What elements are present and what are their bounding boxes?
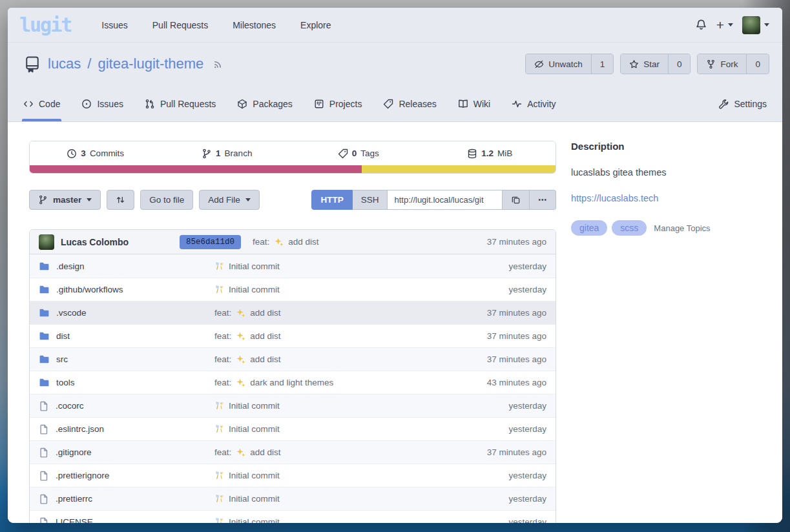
file-name[interactable]: .eslintrc.json bbox=[56, 424, 104, 434]
sparkles-emoji bbox=[236, 447, 245, 457]
unwatch-button[interactable]: Unwatch 1 bbox=[525, 54, 614, 74]
manage-topics-link[interactable]: Manage Topics bbox=[654, 223, 710, 233]
table-row[interactable]: .gitignore feat: add dist 37 minutes ago bbox=[30, 440, 556, 464]
nav-pull-requests[interactable]: Pull Requests bbox=[152, 20, 208, 30]
topic-scss[interactable]: scss bbox=[612, 220, 647, 236]
create-new-menu[interactable]: + bbox=[716, 18, 733, 32]
file-name[interactable]: .cocorc bbox=[56, 401, 84, 411]
branches-stat[interactable]: 1 Branch bbox=[161, 148, 293, 159]
clone-url-input[interactable] bbox=[388, 190, 503, 210]
commit-message-link[interactable]: Initial commit bbox=[229, 261, 280, 271]
watch-count[interactable]: 1 bbox=[591, 54, 614, 74]
file-name[interactable]: .github/workflows bbox=[56, 285, 123, 294]
tab-pull-requests[interactable]: Pull Requests bbox=[145, 86, 216, 121]
more-options-button[interactable]: ••• bbox=[530, 190, 556, 210]
fork-button[interactable]: Fork 0 bbox=[697, 54, 769, 74]
commit-message-link[interactable]: Initial commit bbox=[229, 517, 280, 523]
file-time: yesterday bbox=[508, 471, 546, 480]
file-name[interactable]: .prettierrc bbox=[56, 494, 92, 504]
tags-count: 0 bbox=[352, 148, 357, 158]
repo-website-link[interactable]: https://lucaslabs.tech bbox=[571, 193, 769, 203]
file-name[interactable]: tools bbox=[56, 378, 75, 387]
language-segment-javascript[interactable] bbox=[362, 165, 556, 173]
file-name[interactable]: .design bbox=[56, 261, 85, 271]
commit-message-link[interactable]: Initial commit bbox=[229, 471, 280, 480]
file-name[interactable]: .gitignore bbox=[56, 447, 92, 457]
branch-selector[interactable]: master bbox=[29, 190, 101, 210]
nav-milestones[interactable]: Milestones bbox=[233, 20, 276, 30]
commit-message-link[interactable]: add dist bbox=[250, 331, 280, 341]
topic-gitea[interactable]: gitea bbox=[571, 220, 607, 236]
commit-author-name[interactable]: Lucas Colombo bbox=[61, 237, 129, 247]
language-bar[interactable] bbox=[30, 165, 556, 173]
repo-owner-link[interactable]: lucas bbox=[48, 56, 81, 72]
file-name[interactable]: src bbox=[56, 354, 68, 364]
commit-message-link[interactable]: add dist bbox=[250, 447, 280, 457]
tab-releases[interactable]: Releases bbox=[383, 86, 436, 121]
nav-issues[interactable]: Issues bbox=[101, 20, 127, 30]
user-menu[interactable] bbox=[742, 16, 769, 34]
http-protocol-button[interactable]: HTTP bbox=[311, 190, 352, 210]
tab-projects[interactable]: Projects bbox=[314, 86, 362, 121]
current-branch: master bbox=[53, 195, 81, 205]
go-to-file-button[interactable]: Go to file bbox=[140, 190, 193, 210]
commit-sha-badge[interactable]: 85e6da11d0 bbox=[180, 235, 241, 249]
repo-title: lucas / gitea-lugit-theme bbox=[23, 55, 223, 73]
file-name[interactable]: LICENSE bbox=[56, 517, 93, 523]
commit-message-link[interactable]: Initial commit bbox=[229, 285, 280, 294]
file-name[interactable]: .vscode bbox=[56, 308, 87, 318]
tab-settings[interactable]: Settings bbox=[718, 86, 767, 121]
commit-author-avatar[interactable] bbox=[39, 234, 54, 250]
copy-url-button[interactable] bbox=[503, 190, 530, 210]
commit-message-link[interactable]: add dist bbox=[288, 237, 318, 247]
commits-stat[interactable]: 3 Commits bbox=[30, 148, 161, 159]
table-row[interactable]: .eslintrc.json Initial commit yesterday bbox=[30, 417, 556, 440]
table-row[interactable]: .vscode feat: add dist 37 minutes ago bbox=[30, 301, 556, 324]
table-row[interactable]: dist feat: add dist 37 minutes ago bbox=[30, 324, 556, 347]
tab-label: Wiki bbox=[473, 99, 490, 109]
code-icon bbox=[23, 99, 34, 109]
table-row[interactable]: tools feat: dark and light themes 43 min… bbox=[30, 371, 556, 394]
nav-explore[interactable]: Explore bbox=[300, 20, 331, 30]
tab-packages[interactable]: Packages bbox=[237, 86, 292, 121]
tab-code[interactable]: Code bbox=[23, 86, 60, 121]
compare-button[interactable] bbox=[107, 190, 134, 210]
table-row[interactable]: .design Initial commit yesterday bbox=[30, 254, 556, 278]
size-stat[interactable]: 1.2 MiB bbox=[424, 148, 556, 159]
fork-count[interactable]: 0 bbox=[746, 54, 769, 74]
browser-window: lugit Issues Pull Requests Milestones Ex… bbox=[8, 8, 782, 523]
tab-wiki[interactable]: Wiki bbox=[458, 86, 490, 121]
table-row[interactable]: .prettierrc Initial commit yesterday bbox=[30, 487, 556, 510]
clock-icon bbox=[67, 148, 77, 159]
tags-stat[interactable]: 0 Tags bbox=[293, 148, 424, 159]
star-count[interactable]: 0 bbox=[668, 54, 691, 74]
lugit-logo[interactable]: lugit bbox=[19, 14, 71, 36]
file-name[interactable]: dist bbox=[56, 331, 70, 341]
table-row[interactable]: src feat: add dist 37 minutes ago bbox=[30, 347, 556, 371]
user-avatar bbox=[742, 16, 760, 34]
tab-activity[interactable]: Activity bbox=[512, 86, 556, 121]
rss-icon[interactable] bbox=[213, 59, 223, 70]
add-file-button[interactable]: Add File bbox=[199, 190, 260, 210]
ssh-protocol-button[interactable]: SSH bbox=[353, 190, 388, 210]
commit-message-prefix: feat: bbox=[214, 308, 231, 318]
commit-message-link[interactable]: Initial commit bbox=[229, 401, 280, 411]
table-row[interactable]: .github/workflows Initial commit yesterd… bbox=[30, 278, 556, 301]
commit-message-link[interactable]: Initial commit bbox=[229, 424, 280, 434]
commit-message-link[interactable]: add dist bbox=[250, 308, 280, 318]
commit-message-link[interactable]: add dist bbox=[250, 354, 280, 364]
table-row[interactable]: LICENSE Initial commit yesterday bbox=[30, 510, 556, 523]
table-row[interactable]: .prettierignore Initial commit yesterday bbox=[30, 464, 556, 487]
commit-message-link[interactable]: dark and light themes bbox=[250, 378, 333, 387]
star-button[interactable]: Star 0 bbox=[620, 54, 691, 74]
language-segment-scss[interactable] bbox=[30, 165, 362, 173]
repository-icon bbox=[23, 55, 41, 73]
repo-name-link[interactable]: gitea-lugit-theme bbox=[98, 56, 203, 72]
notifications-bell-icon[interactable] bbox=[695, 19, 707, 31]
tags-label: Tags bbox=[360, 148, 379, 158]
file-name[interactable]: .prettierignore bbox=[56, 471, 109, 480]
commit-message-link[interactable]: Initial commit bbox=[229, 494, 280, 504]
table-row[interactable]: .cocorc Initial commit yesterday bbox=[30, 394, 556, 417]
tab-issues[interactable]: Issues bbox=[81, 86, 123, 121]
file-time: 37 minutes ago bbox=[487, 331, 546, 341]
